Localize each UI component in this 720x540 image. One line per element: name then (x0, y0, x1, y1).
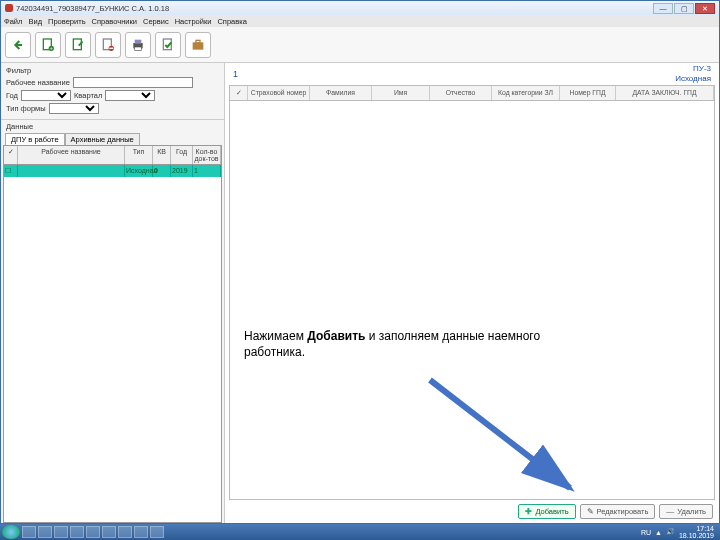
menu-view[interactable]: Вид (28, 17, 42, 26)
label-workname: Рабочее название (6, 78, 70, 87)
left-table: ✓ Рабочее название Тип КВ Год Кол-во док… (3, 145, 222, 523)
task-icon[interactable] (134, 526, 148, 538)
left-panel: Фильтр Рабочее название Год Квартал Тип … (1, 63, 225, 523)
rt-col-lname[interactable]: Фамилия (310, 86, 372, 100)
tab-working[interactable]: ДПУ в работе (5, 133, 65, 145)
minimize-button[interactable]: — (653, 3, 673, 14)
rt-col-gpd[interactable]: Номер ГПД (560, 86, 616, 100)
filter-header: Фильтр (6, 66, 219, 75)
menubar: Файл Вид Проверить Справочники Сервис На… (1, 15, 719, 27)
task-icon[interactable] (118, 526, 132, 538)
task-icon[interactable] (54, 526, 68, 538)
start-button[interactable] (2, 525, 20, 539)
arrow-annotation (420, 370, 600, 510)
window-title: 742034491_790389477_БУНКИС С.А. 1.0.18 (16, 4, 169, 13)
menu-check[interactable]: Проверить (48, 17, 86, 26)
form-code: ПУ-3 (675, 64, 711, 74)
label-year: Год (6, 91, 18, 100)
close-button[interactable]: ✕ (695, 3, 715, 14)
menu-service[interactable]: Сервис (143, 17, 169, 26)
clock[interactable]: 17:14 18.10.2019 (679, 525, 714, 539)
workname-input[interactable] (73, 77, 193, 88)
system-tray[interactable]: RU ▲ 🔊 17:14 18.10.2019 (641, 525, 718, 539)
toolbar: + (1, 27, 719, 63)
lt-col-name[interactable]: Рабочее название (18, 146, 125, 164)
svg-rect-6 (109, 47, 113, 48)
form-subtype: Исходная (675, 74, 711, 84)
maximize-button[interactable]: ▢ (674, 3, 694, 14)
new-doc-button[interactable]: + (35, 32, 61, 58)
filter-section: Фильтр Рабочее название Год Квартал Тип … (1, 63, 224, 120)
rt-col-mname[interactable]: Отчество (430, 86, 492, 100)
task-icon[interactable] (70, 526, 84, 538)
tab-archive[interactable]: Архивные данные (65, 133, 140, 145)
svg-rect-9 (135, 47, 142, 50)
svg-text:+: + (50, 46, 53, 51)
edit-doc-button[interactable] (65, 32, 91, 58)
rt-col-fname[interactable]: Имя (372, 86, 430, 100)
task-icon[interactable] (86, 526, 100, 538)
print-button[interactable] (125, 32, 151, 58)
data-section: Данные ДПУ в работе Архивные данные ✓ Ра… (1, 120, 224, 523)
svg-rect-8 (135, 39, 142, 43)
svg-rect-12 (196, 40, 200, 43)
table-row[interactable]: ☐ Исходная 0 2019 1 (4, 165, 221, 177)
minus-icon: — (666, 507, 674, 516)
svg-line-13 (430, 380, 570, 488)
app-window: 742034491_790389477_БУНКИС С.А. 1.0.18 —… (0, 0, 720, 524)
tray-icon[interactable]: ▲ (655, 529, 662, 536)
rt-col-cat[interactable]: Код категории ЗЛ (492, 86, 560, 100)
task-icon[interactable] (102, 526, 116, 538)
data-header: Данные (1, 120, 224, 133)
task-icon[interactable] (22, 526, 36, 538)
quarter-select[interactable] (105, 90, 155, 101)
lt-col-type[interactable]: Тип (125, 146, 153, 164)
label-quarter: Квартал (74, 91, 102, 100)
menu-help[interactable]: Справка (217, 17, 246, 26)
titlebar: 742034491_790389477_БУНКИС С.А. 1.0.18 —… (1, 1, 719, 15)
rt-col-check[interactable]: ✓ (230, 86, 248, 100)
menu-refs[interactable]: Справочники (92, 17, 137, 26)
rt-col-date[interactable]: ДАТА ЗАКЛЮЧ. ГПД (616, 86, 714, 100)
lt-col-check[interactable]: ✓ (4, 146, 18, 164)
task-icon[interactable] (150, 526, 164, 538)
year-select[interactable] (21, 90, 71, 101)
taskbar[interactable]: RU ▲ 🔊 17:14 18.10.2019 (0, 524, 720, 540)
lt-col-count[interactable]: Кол-во док-тов (193, 146, 221, 164)
check-doc-button[interactable] (155, 32, 181, 58)
rt-col-snum[interactable]: Страховой номер (248, 86, 310, 100)
lang-indicator[interactable]: RU (641, 529, 651, 536)
task-icon[interactable] (38, 526, 52, 538)
briefcase-button[interactable] (185, 32, 211, 58)
lt-col-year[interactable]: Год (171, 146, 193, 164)
record-number: 1 (233, 69, 238, 79)
app-icon (5, 4, 13, 12)
delete-button[interactable]: —Удалить (659, 504, 713, 519)
delete-doc-button[interactable] (95, 32, 121, 58)
menu-settings[interactable]: Настройки (175, 17, 212, 26)
label-formtype: Тип формы (6, 104, 46, 113)
instruction-text: Нажимаем Добавить и заполняем данные нае… (244, 328, 540, 360)
lt-col-kv[interactable]: КВ (153, 146, 171, 164)
undo-button[interactable] (5, 32, 31, 58)
formtype-select[interactable] (49, 103, 99, 114)
tray-icon[interactable]: 🔊 (666, 528, 675, 536)
menu-file[interactable]: Файл (4, 17, 22, 26)
